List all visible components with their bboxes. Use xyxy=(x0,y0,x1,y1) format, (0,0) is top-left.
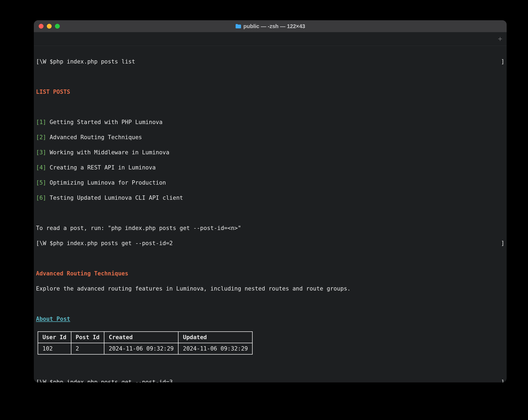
list-item-title: Optimizing Luminova for Production xyxy=(50,179,166,186)
list-item-id: [3] xyxy=(36,149,46,156)
th-user-id: User Id xyxy=(38,332,71,343)
list-item-id: [2] xyxy=(36,134,46,141)
post2-table: User Id Post Id Created Updated 102 2 20… xyxy=(38,331,253,355)
minimize-icon[interactable] xyxy=(47,24,52,29)
list-item-title: Advanced Routing Techniques xyxy=(50,134,142,141)
list-footer: To read a post, run: "php index.php post… xyxy=(36,224,504,232)
table-row: 102 2 2024-11-06 09:32:29 2024-11-06 09:… xyxy=(38,343,252,354)
th-updated: Updated xyxy=(178,332,252,343)
right-bracket: ] xyxy=(501,58,504,65)
list-item-id: [6] xyxy=(36,195,46,201)
list-heading: LIST POSTS xyxy=(36,89,70,95)
traffic-lights xyxy=(34,24,60,29)
right-bracket: ] xyxy=(501,378,504,382)
list-item-title: Working with Middleware in Luminova xyxy=(50,149,170,156)
list-item-id: [1] xyxy=(36,119,46,125)
command-list: php index.php posts list xyxy=(53,58,135,65)
post2-body: Explore the advanced routing features in… xyxy=(36,285,504,292)
terminal-window: public — -zsh — 122×43 + [\W $php index.… xyxy=(34,20,507,382)
list-item-title: Getting Started with PHP Luminova xyxy=(50,119,163,125)
titlebar: public — -zsh — 122×43 xyxy=(34,20,507,32)
folder-icon xyxy=(235,24,241,29)
zoom-icon[interactable] xyxy=(55,24,60,29)
td-updated: 2024-11-06 09:32:29 xyxy=(178,343,252,354)
right-bracket: ] xyxy=(501,239,504,247)
prompt: [\W $ xyxy=(36,379,53,382)
new-tab-button[interactable]: + xyxy=(498,35,502,43)
post2-title: Advanced Routing Techniques xyxy=(36,270,128,277)
list-item-id: [4] xyxy=(36,164,46,171)
prompt: [\W $ xyxy=(36,58,53,65)
window-title: public — -zsh — 122×43 xyxy=(34,23,507,29)
prompt: [\W $ xyxy=(36,240,53,246)
td-post-id: 2 xyxy=(71,343,104,354)
th-created: Created xyxy=(104,332,178,343)
td-created: 2024-11-06 09:32:29 xyxy=(104,343,178,354)
tab-bar: + xyxy=(34,32,507,46)
list-item-title: Creating a REST API in Luminova xyxy=(50,164,156,171)
list-item-id: [5] xyxy=(36,179,46,186)
td-user-id: 102 xyxy=(38,343,71,354)
command-get2: php index.php posts get --post-id=2 xyxy=(53,240,173,246)
post2-about: About Post xyxy=(36,316,70,322)
command-get3: php index.php posts get --post-id=3 xyxy=(53,379,173,382)
close-icon[interactable] xyxy=(39,24,44,29)
th-post-id: Post Id xyxy=(71,332,104,343)
window-title-text: public — -zsh — 122×43 xyxy=(243,23,305,29)
terminal-body[interactable]: [\W $php index.php posts list] LIST POST… xyxy=(34,46,507,382)
list-item-title: Testing Updated Luminova CLI API client xyxy=(50,195,183,201)
